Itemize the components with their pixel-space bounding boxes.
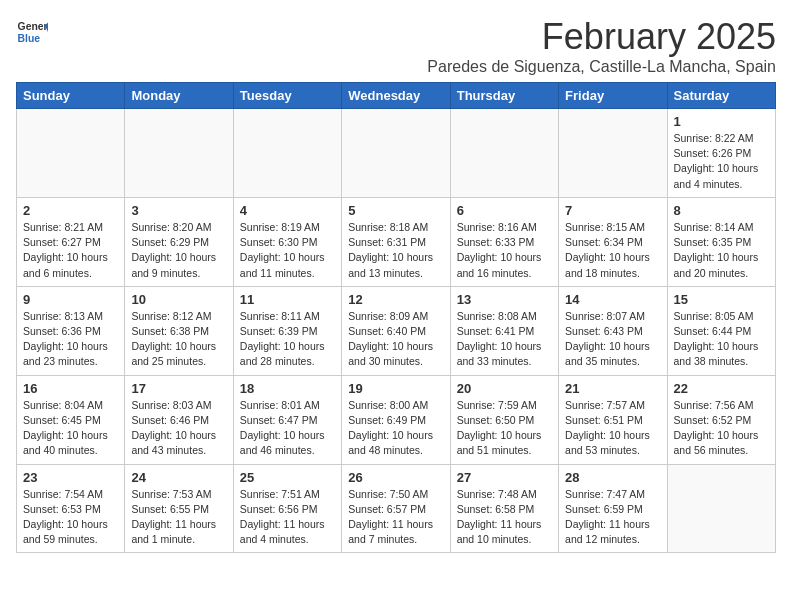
- calendar-cell: 26Sunrise: 7:50 AM Sunset: 6:57 PM Dayli…: [342, 464, 450, 553]
- day-info: Sunrise: 8:15 AM Sunset: 6:34 PM Dayligh…: [565, 220, 660, 281]
- weekday-header-sunday: Sunday: [17, 83, 125, 109]
- calendar-cell: 8Sunrise: 8:14 AM Sunset: 6:35 PM Daylig…: [667, 197, 775, 286]
- calendar-cell: [559, 109, 667, 198]
- calendar-cell: 21Sunrise: 7:57 AM Sunset: 6:51 PM Dayli…: [559, 375, 667, 464]
- calendar-cell: 27Sunrise: 7:48 AM Sunset: 6:58 PM Dayli…: [450, 464, 558, 553]
- calendar-cell: 5Sunrise: 8:18 AM Sunset: 6:31 PM Daylig…: [342, 197, 450, 286]
- day-number: 6: [457, 203, 552, 218]
- day-number: 9: [23, 292, 118, 307]
- page-header: General Blue February 2025 Paredes de Si…: [16, 16, 776, 76]
- day-number: 23: [23, 470, 118, 485]
- calendar-cell: [667, 464, 775, 553]
- weekday-header-tuesday: Tuesday: [233, 83, 341, 109]
- day-info: Sunrise: 7:47 AM Sunset: 6:59 PM Dayligh…: [565, 487, 660, 548]
- calendar-cell: 4Sunrise: 8:19 AM Sunset: 6:30 PM Daylig…: [233, 197, 341, 286]
- calendar-cell: 24Sunrise: 7:53 AM Sunset: 6:55 PM Dayli…: [125, 464, 233, 553]
- calendar-cell: 23Sunrise: 7:54 AM Sunset: 6:53 PM Dayli…: [17, 464, 125, 553]
- day-info: Sunrise: 8:21 AM Sunset: 6:27 PM Dayligh…: [23, 220, 118, 281]
- week-row-0: 1Sunrise: 8:22 AM Sunset: 6:26 PM Daylig…: [17, 109, 776, 198]
- title-block: February 2025 Paredes de Siguenza, Casti…: [427, 16, 776, 76]
- weekday-header-monday: Monday: [125, 83, 233, 109]
- day-number: 15: [674, 292, 769, 307]
- calendar-cell: 18Sunrise: 8:01 AM Sunset: 6:47 PM Dayli…: [233, 375, 341, 464]
- calendar-cell: 7Sunrise: 8:15 AM Sunset: 6:34 PM Daylig…: [559, 197, 667, 286]
- day-info: Sunrise: 8:03 AM Sunset: 6:46 PM Dayligh…: [131, 398, 226, 459]
- calendar-cell: [125, 109, 233, 198]
- calendar-cell: 10Sunrise: 8:12 AM Sunset: 6:38 PM Dayli…: [125, 286, 233, 375]
- day-number: 7: [565, 203, 660, 218]
- calendar-cell: 25Sunrise: 7:51 AM Sunset: 6:56 PM Dayli…: [233, 464, 341, 553]
- day-info: Sunrise: 8:18 AM Sunset: 6:31 PM Dayligh…: [348, 220, 443, 281]
- day-number: 17: [131, 381, 226, 396]
- day-info: Sunrise: 8:04 AM Sunset: 6:45 PM Dayligh…: [23, 398, 118, 459]
- week-row-2: 9Sunrise: 8:13 AM Sunset: 6:36 PM Daylig…: [17, 286, 776, 375]
- day-info: Sunrise: 8:22 AM Sunset: 6:26 PM Dayligh…: [674, 131, 769, 192]
- day-number: 4: [240, 203, 335, 218]
- day-number: 5: [348, 203, 443, 218]
- calendar-cell: 17Sunrise: 8:03 AM Sunset: 6:46 PM Dayli…: [125, 375, 233, 464]
- calendar-cell: 1Sunrise: 8:22 AM Sunset: 6:26 PM Daylig…: [667, 109, 775, 198]
- day-info: Sunrise: 8:07 AM Sunset: 6:43 PM Dayligh…: [565, 309, 660, 370]
- day-info: Sunrise: 8:09 AM Sunset: 6:40 PM Dayligh…: [348, 309, 443, 370]
- week-row-1: 2Sunrise: 8:21 AM Sunset: 6:27 PM Daylig…: [17, 197, 776, 286]
- calendar-cell: [233, 109, 341, 198]
- day-number: 18: [240, 381, 335, 396]
- weekday-header-saturday: Saturday: [667, 83, 775, 109]
- day-number: 24: [131, 470, 226, 485]
- day-info: Sunrise: 7:50 AM Sunset: 6:57 PM Dayligh…: [348, 487, 443, 548]
- calendar-cell: 15Sunrise: 8:05 AM Sunset: 6:44 PM Dayli…: [667, 286, 775, 375]
- calendar-cell: 19Sunrise: 8:00 AM Sunset: 6:49 PM Dayli…: [342, 375, 450, 464]
- day-info: Sunrise: 8:13 AM Sunset: 6:36 PM Dayligh…: [23, 309, 118, 370]
- calendar-cell: 22Sunrise: 7:56 AM Sunset: 6:52 PM Dayli…: [667, 375, 775, 464]
- month-title: February 2025: [427, 16, 776, 58]
- day-number: 25: [240, 470, 335, 485]
- day-info: Sunrise: 8:08 AM Sunset: 6:41 PM Dayligh…: [457, 309, 552, 370]
- day-number: 20: [457, 381, 552, 396]
- weekday-header-wednesday: Wednesday: [342, 83, 450, 109]
- week-row-3: 16Sunrise: 8:04 AM Sunset: 6:45 PM Dayli…: [17, 375, 776, 464]
- day-number: 19: [348, 381, 443, 396]
- day-info: Sunrise: 7:59 AM Sunset: 6:50 PM Dayligh…: [457, 398, 552, 459]
- day-number: 8: [674, 203, 769, 218]
- day-number: 14: [565, 292, 660, 307]
- week-row-4: 23Sunrise: 7:54 AM Sunset: 6:53 PM Dayli…: [17, 464, 776, 553]
- day-number: 16: [23, 381, 118, 396]
- calendar-cell: 12Sunrise: 8:09 AM Sunset: 6:40 PM Dayli…: [342, 286, 450, 375]
- day-number: 11: [240, 292, 335, 307]
- day-info: Sunrise: 8:19 AM Sunset: 6:30 PM Dayligh…: [240, 220, 335, 281]
- day-number: 10: [131, 292, 226, 307]
- calendar-cell: [17, 109, 125, 198]
- calendar-cell: 6Sunrise: 8:16 AM Sunset: 6:33 PM Daylig…: [450, 197, 558, 286]
- calendar-cell: 3Sunrise: 8:20 AM Sunset: 6:29 PM Daylig…: [125, 197, 233, 286]
- calendar-cell: 13Sunrise: 8:08 AM Sunset: 6:41 PM Dayli…: [450, 286, 558, 375]
- day-info: Sunrise: 8:05 AM Sunset: 6:44 PM Dayligh…: [674, 309, 769, 370]
- day-number: 12: [348, 292, 443, 307]
- day-info: Sunrise: 8:11 AM Sunset: 6:39 PM Dayligh…: [240, 309, 335, 370]
- day-info: Sunrise: 8:12 AM Sunset: 6:38 PM Dayligh…: [131, 309, 226, 370]
- day-number: 22: [674, 381, 769, 396]
- calendar-table: SundayMondayTuesdayWednesdayThursdayFrid…: [16, 82, 776, 553]
- day-number: 28: [565, 470, 660, 485]
- day-info: Sunrise: 8:14 AM Sunset: 6:35 PM Dayligh…: [674, 220, 769, 281]
- day-info: Sunrise: 7:48 AM Sunset: 6:58 PM Dayligh…: [457, 487, 552, 548]
- weekday-header-friday: Friday: [559, 83, 667, 109]
- day-number: 3: [131, 203, 226, 218]
- day-number: 21: [565, 381, 660, 396]
- day-info: Sunrise: 8:16 AM Sunset: 6:33 PM Dayligh…: [457, 220, 552, 281]
- location-title: Paredes de Siguenza, Castille-La Mancha,…: [427, 58, 776, 76]
- day-info: Sunrise: 8:20 AM Sunset: 6:29 PM Dayligh…: [131, 220, 226, 281]
- logo: General Blue: [16, 16, 48, 48]
- day-info: Sunrise: 8:00 AM Sunset: 6:49 PM Dayligh…: [348, 398, 443, 459]
- day-info: Sunrise: 7:54 AM Sunset: 6:53 PM Dayligh…: [23, 487, 118, 548]
- day-number: 27: [457, 470, 552, 485]
- calendar-cell: 11Sunrise: 8:11 AM Sunset: 6:39 PM Dayli…: [233, 286, 341, 375]
- svg-text:Blue: Blue: [18, 33, 41, 44]
- calendar-cell: 14Sunrise: 8:07 AM Sunset: 6:43 PM Dayli…: [559, 286, 667, 375]
- calendar-header-row: SundayMondayTuesdayWednesdayThursdayFrid…: [17, 83, 776, 109]
- calendar-cell: 9Sunrise: 8:13 AM Sunset: 6:36 PM Daylig…: [17, 286, 125, 375]
- day-info: Sunrise: 7:57 AM Sunset: 6:51 PM Dayligh…: [565, 398, 660, 459]
- calendar-cell: 2Sunrise: 8:21 AM Sunset: 6:27 PM Daylig…: [17, 197, 125, 286]
- calendar-cell: [342, 109, 450, 198]
- day-info: Sunrise: 7:56 AM Sunset: 6:52 PM Dayligh…: [674, 398, 769, 459]
- day-number: 2: [23, 203, 118, 218]
